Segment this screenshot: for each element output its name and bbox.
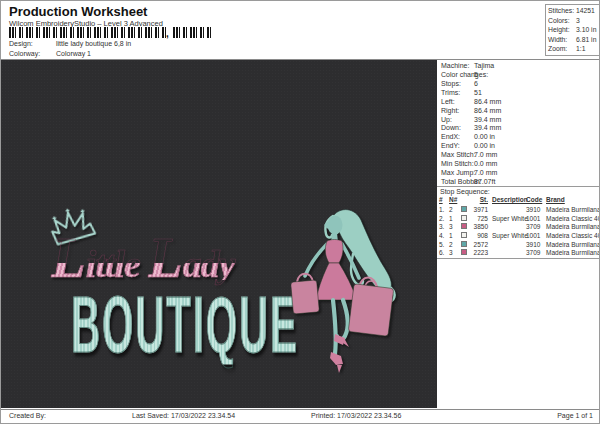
barcode-separator: ,	[166, 28, 169, 39]
col-needle: N#	[449, 196, 461, 203]
param-stops: Stops:6	[441, 80, 599, 89]
stop-sequence-divider-bottom	[437, 258, 600, 259]
page-title: Production Worksheet	[9, 4, 147, 19]
machine-info-panel: Machine:Tajima Color changes:5 Stops:6 T…	[437, 60, 600, 408]
col-st: St.	[470, 196, 490, 203]
stat-zoom: Zoom:1:1	[548, 45, 599, 55]
design-barcode	[9, 27, 166, 38]
design-barcode-checksum	[173, 27, 211, 38]
col-num: #	[439, 196, 449, 203]
stop-sequence-header: # N# St. Description Code Brand	[439, 196, 599, 203]
param-left: Left:86.4 mm	[441, 98, 599, 107]
colorway-value: Colorway 1	[56, 50, 91, 57]
col-code: Code	[526, 196, 546, 203]
thread-swatch	[461, 215, 467, 221]
stat-colors: Colors:3	[548, 17, 599, 27]
shopping-lady-figure	[291, 208, 403, 380]
param-up: Up:39.4 mm	[441, 116, 599, 125]
thread-swatch	[461, 223, 467, 229]
stop-sequence-table: 1.239713910Madeira Burmilana 2.1725Super…	[439, 205, 599, 257]
thread-swatch	[461, 206, 467, 212]
stop-sequence-divider-top	[437, 186, 600, 187]
param-max-jump: Max Jump:7.0 mm	[441, 169, 599, 178]
colorway-label: Colorway:	[9, 50, 40, 57]
logo-block-text: BOUTIQUE	[71, 284, 299, 365]
design-label: Design:	[9, 40, 33, 47]
design-name: little lady boutique 6,8 in	[56, 40, 131, 47]
stat-stitches: Stitches:14251	[548, 7, 599, 17]
thread-swatch	[461, 241, 467, 247]
embroidery-preview-canvas: LittleLady BOUTIQUE	[1, 60, 437, 408]
thread-swatch	[461, 249, 467, 255]
param-min-stitch: Min Stitch:0.0 mm	[441, 160, 599, 169]
design-row: Design: little lady boutique 6,8 in	[9, 40, 33, 47]
thread-swatch	[461, 232, 467, 238]
stop-sequence-title: Stop Sequence:	[440, 188, 490, 195]
production-worksheet-page: Production Worksheet Wilcom EmbroiderySt…	[0, 0, 600, 424]
col-brand: Brand	[546, 196, 599, 203]
colorway-row: Colorway: Colorway 1	[9, 50, 40, 57]
param-down: Down:39.4 mm	[441, 124, 599, 133]
machine-parameters: Machine:Tajima Color changes:5 Stops:6 T…	[441, 62, 599, 187]
param-trims: Trims:51	[441, 89, 599, 98]
stat-width: Width:6.81 in	[548, 36, 599, 46]
param-endx: EndX:0.00 in	[441, 133, 599, 142]
footer-divider	[1, 409, 600, 410]
param-machine: Machine:Tajima	[441, 62, 599, 71]
param-color-changes: Color changes:5	[441, 71, 599, 80]
footer-created-by: Created By:	[9, 412, 46, 419]
param-max-stitch: Max Stitch:7.0 mm	[441, 151, 599, 160]
footer-page-number: Page 1 of 1	[557, 412, 593, 419]
footer-last-saved: Last Saved: 17/03/2022 23.34.54	[132, 412, 235, 419]
col-description: Description	[490, 196, 526, 203]
footer-printed: Printed: 17/03/2022 23.34.56	[311, 412, 401, 419]
stat-height: Height:3.10 in	[548, 26, 599, 36]
design-stats-box: Stitches:14251 Colors:3 Height:3.10 in W…	[545, 4, 600, 56]
param-right: Right:86.4 mm	[441, 107, 599, 116]
param-endy: EndY:0.00 in	[441, 142, 599, 151]
